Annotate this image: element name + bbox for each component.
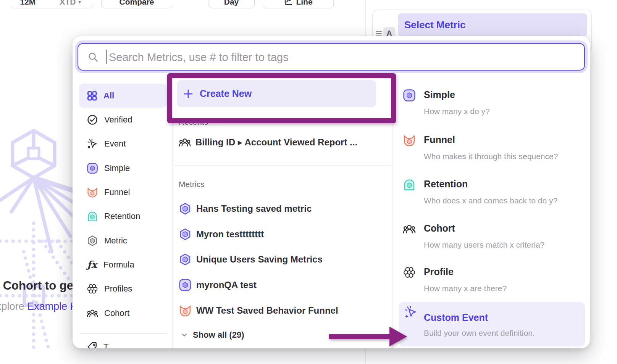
funnel-icon [179,304,192,317]
chevron-down-icon: ▾ [78,0,81,5]
event-cursor-icon [87,138,98,150]
sidebar-label: Metric [104,236,127,246]
type-subtitle: Build your own event definition. [424,329,535,338]
type-title: Simple [424,89,490,100]
metric-list-item[interactable]: Myron testttttttt [174,222,391,246]
sidebar-label: Profiles [104,284,132,294]
metric-item-label: Unique Users Saving Metrics [196,254,323,265]
annotation-arrow [328,324,409,349]
type-item-profile[interactable]: Profile How many x are there? [396,266,585,293]
sidebar-label: Event [104,139,126,149]
sidebar-item-partial[interactable]: T [87,341,108,348]
type-subtitle: Who does x and comes back to do y? [424,196,557,206]
empty-state-wireframe-illustration [0,126,76,359]
metric-purple-hexagon-icon [179,228,192,241]
empty-state-headline: r Cohort to ge [0,279,73,293]
grid-icon [87,90,97,101]
sidebar-label: Cohort [104,308,129,318]
metric-item-label: Myron testttttttt [196,229,264,240]
sidebar-label: Verified [104,115,132,125]
line-chart-icon [284,0,293,6]
type-title: Custom Event [424,312,488,323]
sidebar-item-verified[interactable]: Verified [79,108,167,132]
metric-item-label: WW Test Saved Behavior Funnel [196,305,338,316]
funnel-icon [403,134,416,147]
simple-square-icon [179,279,192,292]
range-xtd-button[interactable]: XTD▾ [48,0,93,8]
annotation-highlight-rectangle [167,73,396,123]
empty-state-explore-line: xplore Example R [0,301,78,312]
simple-square-icon [87,163,98,174]
recent-item[interactable]: Billing ID ▸ Account Viewed Report ... [174,130,391,154]
search-box [78,43,585,71]
metric-list-item[interactable]: myronQA test [174,273,391,297]
insights-report-screen: r Cohort to ge xplore Example R 12M XTD▾… [0,0,617,364]
sidebar-item-retention[interactable]: Retention [79,204,167,228]
type-title: Cohort [424,222,544,234]
cohort-people-icon [179,136,191,148]
type-item-funnel[interactable]: Funnel Who makes it through this sequenc… [396,134,585,161]
sidebar-label: T [103,342,108,348]
tag-icon [87,341,97,348]
metric-item-label: myronQA test [196,280,257,290]
select-metric-chip[interactable]: Select Metric [398,13,587,36]
type-item-simple[interactable]: Simple How many x do y? [396,89,585,116]
metric-list-item[interactable]: Unique Users Saving Metrics [174,247,391,271]
cohort-people-icon [87,308,98,319]
sidebar-item-event[interactable]: Event [79,132,167,156]
metric-list-item[interactable]: Hans Testing saved metric [174,196,391,221]
sidebar-item-cohort[interactable]: Cohort [79,301,167,325]
metric-purple-hexagon-icon [179,202,192,215]
search-metrics-input[interactable] [108,44,568,71]
verified-badge-icon [87,114,98,126]
chevron-down-icon [181,331,188,339]
sidebar-item-formula[interactable]: ƒx Formula [79,253,167,277]
metrics-section-label: Metrics [179,179,205,189]
retention-arch-icon [87,211,98,222]
type-subtitle: How many x are there? [424,283,507,293]
range-12m-button[interactable]: 12M [11,0,45,8]
sidebar-item-simple[interactable]: Simple [79,156,167,180]
sidebar-label: All [103,91,114,101]
sidebar-item-funnel[interactable]: Funnel [79,180,167,204]
sidebar-divider [79,333,167,334]
search-icon [88,52,99,63]
example-reports-link[interactable]: Example R [27,301,78,312]
cohort-people-icon [403,222,416,235]
profiles-cluster-icon [87,283,98,295]
section-divider [174,165,392,166]
metric-hexagon-icon [87,235,98,246]
sidebar-item-metric[interactable]: Metric [79,229,167,253]
type-item-custom-event[interactable]: Custom Event Build your own event defini… [399,302,585,346]
type-item-cohort[interactable]: Cohort How many users match x criteria? [396,222,585,250]
show-all-label: Show all (29) [193,330,244,340]
metric-list-item[interactable]: WW Test Saved Behavior Funnel [174,298,391,322]
funnel-icon [87,187,98,198]
sidebar-label: Simple [104,163,130,173]
type-subtitle: How many x do y? [424,106,490,116]
sidebar-label: Funnel [104,187,130,197]
simple-square-icon [403,89,416,102]
custom-event-cursor-icon [404,305,418,319]
profiles-cluster-icon [403,266,416,279]
text-caret [106,50,107,64]
type-title: Profile [424,266,507,277]
show-all-toggle[interactable]: Show all (29) [181,326,244,344]
type-title: Retention [424,178,557,190]
drag-handle-icon[interactable] [376,31,382,36]
granularity-day-button[interactable]: Day [208,0,255,8]
sidebar-item-all[interactable]: All [79,84,167,108]
sidebar-item-profiles[interactable]: Profiles [79,277,167,301]
formula-fx-icon: ƒx [87,259,97,270]
sidebar-label: Formula [103,260,134,270]
chart-type-line-button[interactable]: Line [263,0,334,8]
metric-item-label: Hans Testing saved metric [196,203,312,214]
metric-purple-hexagon-icon [179,253,192,266]
type-item-retention[interactable]: Retention Who does x and comes back to d… [396,178,585,206]
explore-text: xplore [0,301,27,312]
compare-button[interactable]: Compare [101,0,172,8]
type-title: Funnel [424,134,558,145]
date-range-control[interactable]: 12M XTD▾ [11,0,93,8]
type-subtitle: Who makes it through this sequence? [424,151,558,161]
sidebar-label: Retention [104,211,140,221]
